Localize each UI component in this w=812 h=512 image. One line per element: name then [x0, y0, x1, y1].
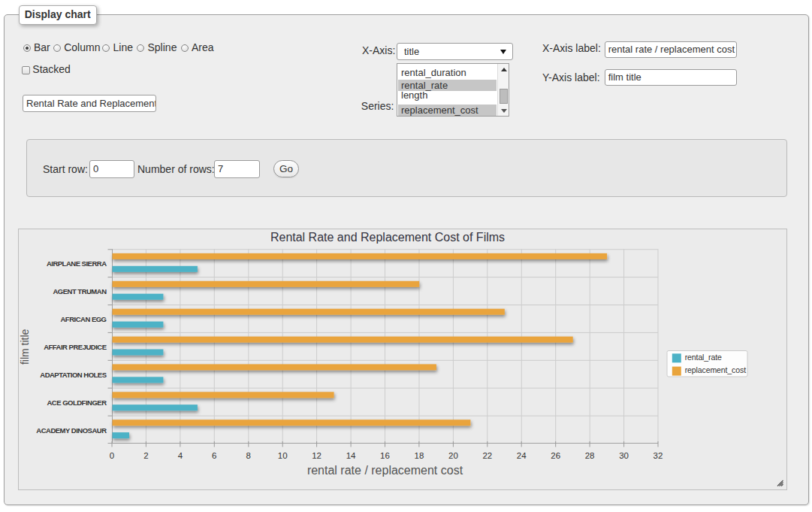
svg-text:26: 26 — [551, 451, 560, 460]
svg-text:2: 2 — [143, 451, 148, 460]
svg-text:4: 4 — [178, 451, 183, 460]
svg-text:Rental Rate and Replacement Co: Rental Rate and Replacement Cost of Film… — [270, 231, 505, 244]
svg-text:24: 24 — [517, 451, 527, 460]
svg-text:film title: film title — [19, 329, 31, 365]
svg-text:8: 8 — [246, 451, 251, 460]
svg-text:rental_rate: rental_rate — [685, 353, 722, 362]
svg-text:0: 0 — [110, 451, 114, 460]
svg-text:6: 6 — [212, 451, 216, 460]
svg-text:ACADEMY DINOSAUR: ACADEMY DINOSAUR — [36, 426, 107, 435]
svg-text:28: 28 — [585, 451, 595, 460]
svg-text:20: 20 — [448, 451, 458, 460]
svg-text:ADAPTATION HOLES: ADAPTATION HOLES — [40, 371, 106, 379]
svg-text:AGENT TRUMAN: AGENT TRUMAN — [53, 287, 107, 295]
svg-text:ACE GOLDFINGER: ACE GOLDFINGER — [47, 398, 107, 407]
svg-text:32: 32 — [654, 451, 663, 460]
svg-text:22: 22 — [482, 451, 492, 460]
svg-text:30: 30 — [619, 451, 629, 460]
svg-text:AFFAIR PREJUDICE: AFFAIR PREJUDICE — [44, 343, 106, 351]
svg-text:AIRPLANE SIERRA: AIRPLANE SIERRA — [47, 259, 107, 268]
svg-text:rental rate / replacement cost: rental rate / replacement cost — [307, 464, 463, 477]
svg-text:AFRICAN EGG: AFRICAN EGG — [61, 315, 107, 323]
svg-text:18: 18 — [415, 451, 424, 460]
svg-text:16: 16 — [380, 451, 390, 460]
svg-text:12: 12 — [312, 451, 321, 460]
svg-text:14: 14 — [346, 451, 356, 460]
svg-text:10: 10 — [278, 451, 288, 460]
svg-text:replacement_cost: replacement_cost — [685, 365, 746, 374]
